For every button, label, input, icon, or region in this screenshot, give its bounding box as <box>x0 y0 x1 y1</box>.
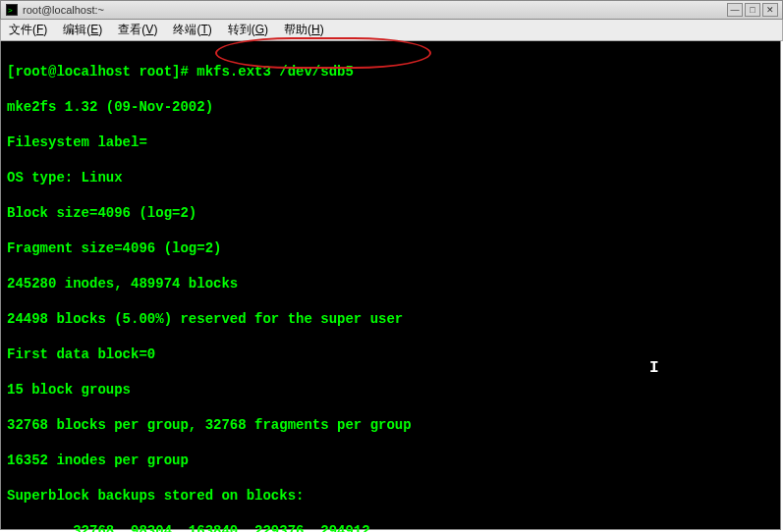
menu-goto[interactable]: 转到(G) <box>228 22 268 38</box>
terminal-output-line: mke2fs 1.32 (09-Nov-2002) <box>7 98 774 116</box>
terminal-output-line: 15 block groups <box>7 381 774 399</box>
window-title: root@localhost:~ <box>23 4 727 16</box>
terminal-output-line: 16352 inodes per group <box>7 452 774 469</box>
menu-view[interactable]: 查看(V) <box>118 22 157 38</box>
terminal-output-line: First data block=0 <box>7 346 774 363</box>
menu-terminal[interactable]: 终端(T) <box>173 22 211 38</box>
terminal-area[interactable]: [root@localhost root]# mkfs.ext3 /dev/sd… <box>0 41 781 530</box>
maximize-button[interactable]: □ <box>745 3 760 17</box>
window-controls: — □ ✕ <box>727 3 778 17</box>
minimize-button[interactable]: — <box>727 3 743 17</box>
terminal-output-line: Superblock backups stored on blocks: <box>7 487 774 505</box>
terminal-output-line: Block size=4096 (log=2) <box>7 204 774 222</box>
terminal-output-line: Filesystem label= <box>7 133 774 151</box>
svg-text:>: > <box>8 6 13 15</box>
menu-help[interactable]: 帮助(H) <box>284 22 324 38</box>
terminal-output-line: 24498 blocks (5.00%) reserved for the su… <box>7 310 774 328</box>
terminal-icon: > <box>5 3 19 17</box>
shell-command: mkfs.ext3 /dev/sdb5 <box>196 64 354 80</box>
shell-prompt: [root@localhost root]# <box>7 64 189 80</box>
window-titlebar: > root@localhost:~ — □ ✕ <box>0 0 783 20</box>
menu-file[interactable]: 文件(F) <box>9 22 47 38</box>
close-button[interactable]: ✕ <box>762 3 778 17</box>
terminal-output-line: 32768, 98304, 163840, 229376, 294912 <box>7 522 774 532</box>
menu-edit[interactable]: 编辑(E) <box>63 22 102 38</box>
menubar: 文件(F) 编辑(E) 查看(V) 终端(T) 转到(G) 帮助(H) <box>0 20 783 41</box>
terminal-output-line: 32768 blocks per group, 32768 fragments … <box>7 416 774 434</box>
terminal-output-line: OS type: Linux <box>7 169 774 186</box>
terminal-output-line: 245280 inodes, 489974 blocks <box>7 275 774 293</box>
terminal-output-line: Fragment size=4096 (log=2) <box>7 239 774 257</box>
